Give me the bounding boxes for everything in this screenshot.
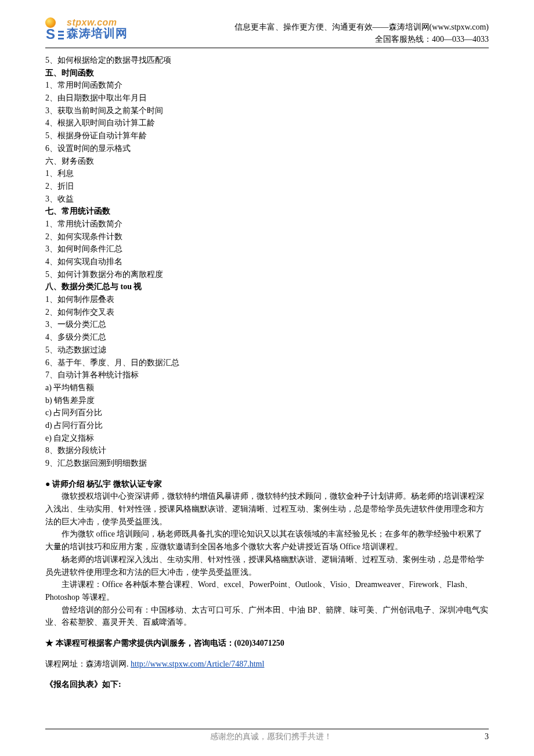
outline-line: 4、根据入职时间自动计算工龄: [45, 117, 489, 129]
outline-line: 4、如何实现自动排名: [45, 255, 489, 268]
outline-line: 3、收益: [45, 193, 489, 206]
outline-line: e) 自定义指标: [45, 432, 489, 445]
outline-line: 五、时间函数: [45, 67, 489, 80]
outline-line: 2、折旧: [45, 180, 489, 193]
outline-line: 六、财务函数: [45, 155, 489, 168]
footer-slogan: 感谢您的真诚，愿我们携手共进！: [57, 730, 485, 743]
page-header: S stpxw.com 森涛培训网 信息更丰富、操作更方便、沟通更有效——森涛培…: [45, 17, 489, 48]
outline-line: 8、数据分段统计: [45, 444, 489, 457]
outline-line: 3、一级分类汇总: [45, 318, 489, 331]
outline-line: 1、利息: [45, 167, 489, 180]
instructor-paragraph: 杨老师的培训课程深入浅出、生动实用、针对性强，授课风格幽默诙谐、逻辑清晰、过程互…: [45, 553, 489, 578]
outline-line: 5、根据身份证自动计算年龄: [45, 129, 489, 142]
outline-line: 5、如何计算数据分布的离散程度: [45, 268, 489, 281]
outline-line: 5、动态数据过滤: [45, 344, 489, 357]
outline-line: 7、自动计算各种统计指标: [45, 369, 489, 381]
outline-line: 6、基于年、季度、月、日的数据汇总: [45, 357, 489, 369]
instructor-paragraphs: 微软授权培训中心资深讲师，微软特约增值风暴讲师，微软特约技术顾问，微软金种子计划…: [45, 490, 489, 629]
instructor-paragraph: 作为微软 office 培训顾问，杨老师既具备扎实的理论知识又以其在该领域的丰富…: [45, 528, 489, 553]
internal-training-note: ★ 本课程可根据客户需求提供内训服务，咨询电话：(020)34071250: [45, 637, 489, 650]
page-number: 3: [485, 730, 489, 743]
outline-line: 3、获取当前时间及之前某个时间: [45, 105, 489, 117]
logo: S stpxw.com 森涛培训网: [45, 17, 128, 39]
logo-mark: S: [45, 17, 56, 39]
logo-letter: S: [46, 28, 55, 39]
outline-line: 2、如何实现条件计数: [45, 231, 489, 243]
instructor-paragraph: 微软授权培训中心资深讲师，微软特约增值风暴讲师，微软特约技术顾问，微软金种子计划…: [45, 490, 489, 528]
outline-line: c) 占同列百分比: [45, 406, 489, 419]
outline-line: a) 平均销售额: [45, 381, 489, 394]
outline-line: 2、由日期数据中取出年月日: [45, 92, 489, 105]
logo-bars-icon: [58, 18, 64, 39]
outline-line: 3、如何时间条件汇总: [45, 243, 489, 255]
outline-line: b) 销售差异度: [45, 394, 489, 407]
instructor-paragraph: 主讲课程：Office 各种版本整合课程、Word、excel、PowerPoi…: [45, 578, 489, 603]
outline-line: 1、常用时间函数简介: [45, 79, 489, 92]
course-url-label: 课程网址：森涛培训网.: [45, 660, 131, 668]
receipt-heading: 《报名回执表》如下:: [45, 678, 489, 691]
content-body: 5、如何根据给定的数据寻找匹配项五、时间函数1、常用时间函数简介2、由日期数据中…: [45, 54, 489, 691]
course-url-link[interactable]: http://www.stpxw.com/Article/7487.html: [131, 660, 264, 668]
outline-line: 4、多级分类汇总: [45, 331, 489, 344]
outline-line: 2、如何制作交叉表: [45, 306, 489, 319]
outline-line: d) 占同行百分比: [45, 419, 489, 432]
outline-line: 5、如何根据给定的数据寻找匹配项: [45, 54, 489, 67]
hotline: 全国客服热线：400—033—4033: [234, 33, 489, 45]
outline-line: 9、汇总数据回溯到明细数据: [45, 457, 489, 470]
outline-line: 七、常用统计函数: [45, 205, 489, 218]
footer-rule: [45, 729, 489, 729]
instructor-heading: ● 讲师介绍 杨弘宇 微软认证专家: [45, 478, 489, 491]
tagline: 信息更丰富、操作更方便、沟通更有效——森涛培训网(www.stpxw.com): [234, 21, 489, 33]
logo-text: stpxw.com 森涛培训网: [67, 18, 128, 39]
outline-line: 1、如何制作层叠表: [45, 293, 489, 306]
instructor-paragraph: 曾经培训的部分公司有：中国移动、太古可口可乐、广州本田、中油 BP、箭牌、味可美…: [45, 604, 489, 629]
outline-line: 八、数据分类汇总与 tou 视: [45, 280, 489, 293]
course-url-line: 课程网址：森涛培训网. http://www.stpxw.com/Article…: [45, 658, 489, 671]
page-footer: 感谢您的真诚，愿我们携手共进！ 3: [45, 729, 489, 743]
outline-list: 5、如何根据给定的数据寻找匹配项五、时间函数1、常用时间函数简介2、由日期数据中…: [45, 54, 489, 470]
outline-line: 6、设置时间的显示格式: [45, 142, 489, 155]
page: S stpxw.com 森涛培训网 信息更丰富、操作更方便、沟通更有效——森涛培…: [0, 0, 534, 756]
logo-chinese: 森涛培训网: [67, 27, 128, 39]
logo-domain: stpxw.com: [67, 18, 128, 27]
outline-line: 1、常用统计函数简介: [45, 218, 489, 231]
header-right: 信息更丰富、操作更方便、沟通更有效——森涛培训网(www.stpxw.com) …: [234, 17, 489, 45]
